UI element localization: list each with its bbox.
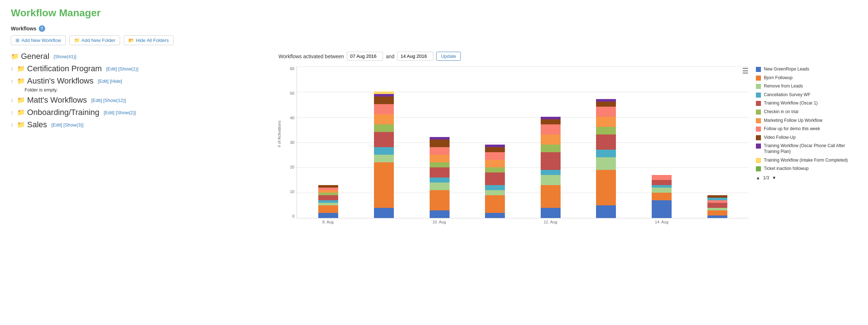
folder-item-sales: ↕ 📁 Sales [Edit] [Show(3)]	[11, 120, 264, 129]
help-icon[interactable]: ?	[39, 25, 45, 32]
chart-title: Workflows activated between	[278, 54, 344, 59]
x-label-7: 14. Aug	[652, 220, 672, 224]
legend-nav: ▲ 1/3 ▼	[756, 175, 857, 180]
bars-container	[297, 67, 749, 218]
folder-item-matts: ↕ 📁 Matt's Workflows [Edit] [Show(12)]	[11, 95, 264, 105]
x-axis: 8. Aug 10. Aug 12. Aug 14. Aug	[297, 220, 749, 224]
move-icon-austins[interactable]: ↕	[11, 78, 13, 84]
bar-group-7	[652, 175, 672, 218]
legend-label-8: Follow up for demo this week	[764, 126, 820, 132]
legend-label-7: Marketing Follow Up Workflow	[764, 118, 822, 124]
legend-item-2: Bjorn Followup	[756, 75, 857, 81]
bar-group-4	[485, 145, 505, 218]
bar-1	[318, 185, 338, 218]
bar-8	[707, 195, 727, 218]
folder-show-sales[interactable]: [Show(3)]	[63, 122, 84, 128]
legend-label-2: Bjorn Followup	[764, 75, 792, 81]
folder-show-matts[interactable]: [Show(12)]	[103, 98, 126, 103]
add-workflow-button[interactable]: ⊞ Add New Workflow	[11, 35, 66, 45]
bar-group-1	[318, 185, 338, 218]
legend-color-7	[756, 118, 761, 123]
legend-color-10	[756, 144, 761, 149]
legend-label-12: Ticket inaction followup	[764, 166, 809, 172]
legend-label-9: Video Follow-Up	[764, 135, 796, 141]
chart-inner	[297, 67, 749, 218]
folder-links-matts: [Edit] [Show(12)]	[91, 98, 126, 103]
bar-6	[596, 99, 616, 218]
folder-show-certification[interactable]: [Show(1)]	[118, 66, 139, 72]
folder-icon-austins: 📁	[17, 77, 25, 85]
legend-label-4: Cancellation Survey WF	[764, 92, 810, 98]
folder-links-general: [Show(41)]	[54, 54, 76, 59]
chart-header: Workflows activated between and Update	[278, 52, 857, 61]
x-label-5: 12. Aug	[540, 220, 560, 224]
folder-edit-austins[interactable]: [Edit]	[98, 78, 109, 84]
y-axis-label: # of Activations	[277, 147, 281, 147]
move-icon-sales[interactable]: ↕	[11, 122, 13, 128]
legend-color-3	[756, 84, 761, 89]
bar-4	[485, 145, 505, 218]
folder-hide-austins[interactable]: [Hide]	[110, 78, 122, 84]
folder-edit-onboarding[interactable]: [Edit]	[104, 110, 115, 115]
folder-name-austins: Austin's Workflows	[27, 76, 94, 86]
legend-item-11: Training Workflow (Intake Form Completed…	[756, 158, 857, 163]
folder-links-austins: [Edit] [Hide]	[98, 78, 122, 84]
folder-empty-austins: Folder is empty.	[25, 87, 264, 93]
folder-name-onboarding: Onboarding/Training	[27, 108, 99, 117]
add-folder-icon: 📁	[74, 38, 80, 43]
legend-color-1	[756, 67, 761, 72]
folder-show-onboarding[interactable]: [Show(2)]	[116, 110, 136, 115]
legend-label-10: Training Workflow (Oscar Phone Call Afte…	[764, 143, 857, 154]
legend-page: 1/3	[763, 175, 769, 180]
folder-edit-certification[interactable]: [Edit]	[106, 66, 117, 72]
move-icon-certification[interactable]: ↕	[11, 66, 13, 72]
legend-label-11: Training Workflow (Intake Form Completed…	[764, 158, 848, 163]
legend-item-1: New GreenRope Leads	[756, 67, 857, 72]
main-content: 📁 General [Show(41)] ↕ 📁 Certification P…	[11, 52, 857, 224]
folder-item-certification: ↕ 📁 Certification Program [Edit] [Show(1…	[11, 64, 264, 73]
legend-label-1: New GreenRope Leads	[764, 67, 809, 72]
chart-wrapper: ☰ # of Activations 60 50 40 30 20	[278, 67, 749, 224]
right-panel: Workflows activated between and Update ☰…	[278, 52, 857, 224]
and-label: and	[386, 54, 394, 59]
add-folder-button[interactable]: 📁 Add New Folder	[69, 35, 120, 45]
page-container: Workflow Manager Workflows ? ⊞ Add New W…	[0, 0, 868, 231]
bar-group-5	[541, 117, 561, 218]
bar-group-8	[707, 195, 727, 218]
folder-name-sales: Sales	[27, 120, 47, 129]
folder-links-certification: [Edit] [Show(1)]	[106, 66, 139, 72]
legend-item-5: Training Workflow (Oscar 1)	[756, 101, 857, 106]
update-button[interactable]: Update	[436, 52, 461, 61]
legend-next-icon[interactable]: ▼	[772, 175, 776, 180]
y-axis: 60 50 40 30 20 10 0	[286, 67, 297, 218]
bar-7	[652, 175, 672, 218]
legend-color-8	[756, 127, 761, 132]
legend-color-6	[756, 110, 761, 115]
toolbar: ⊞ Add New Workflow 📁 Add New Folder 📂 Hi…	[11, 35, 857, 45]
legend-color-11	[756, 158, 761, 163]
date-to-input[interactable]	[397, 52, 433, 61]
move-icon-matts[interactable]: ↕	[11, 97, 13, 103]
folder-item-general: 📁 General [Show(41)]	[11, 52, 264, 61]
chart-area: ☰ # of Activations 60 50 40 30 20	[278, 67, 857, 224]
folder-edit-matts[interactable]: [Edit]	[91, 98, 102, 103]
move-icon-onboarding[interactable]: ↕	[11, 110, 13, 115]
left-panel: 📁 General [Show(41)] ↕ 📁 Certification P…	[11, 52, 264, 224]
folder-edit-sales[interactable]: [Edit]	[51, 122, 62, 128]
legend-color-9	[756, 135, 761, 140]
legend-item-3: Remove from Leads	[756, 84, 857, 89]
legend-item-12: Ticket inaction followup	[756, 166, 857, 172]
legend-color-4	[756, 93, 761, 98]
folder-icon-general: 📁	[11, 52, 19, 60]
legend-label-3: Remove from Leads	[764, 84, 803, 89]
folder-show-general[interactable]: [Show(41)]	[54, 54, 76, 59]
folder-links-sales: [Edit] [Show(3)]	[51, 122, 84, 128]
bar-2	[374, 91, 394, 218]
legend-color-2	[756, 76, 761, 81]
legend-label-5: Training Workflow (Oscar 1)	[764, 101, 818, 106]
hide-folders-button[interactable]: 📂 Hide All Folders	[124, 35, 174, 45]
date-from-input[interactable]	[347, 52, 383, 61]
hide-folders-icon: 📂	[128, 38, 134, 43]
legend-prev-icon[interactable]: ▲	[756, 175, 760, 180]
bar-3	[430, 137, 450, 218]
